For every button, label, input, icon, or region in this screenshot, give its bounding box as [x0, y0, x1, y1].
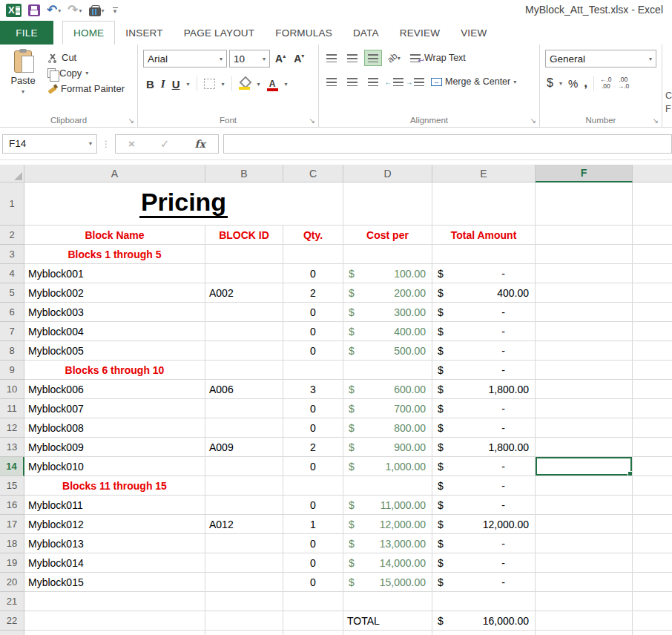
cell-c18[interactable]: 0	[283, 534, 343, 553]
row-header-5[interactable]: 5	[0, 283, 24, 303]
align-right-button[interactable]	[364, 73, 382, 90]
cell-d10[interactable]: $600.00	[343, 380, 432, 399]
cell-d13[interactable]: $900.00	[343, 438, 432, 457]
cell-c19[interactable]: 0	[283, 553, 343, 573]
merge-center-button[interactable]: ↔ Merge & Center ▾	[431, 76, 516, 87]
cell-f17[interactable]	[536, 515, 633, 534]
number-dialog-launcher[interactable]: ↘	[653, 116, 659, 125]
cell-f1[interactable]	[536, 182, 633, 226]
number-format-dropdown-icon[interactable]: ▾	[649, 56, 652, 62]
cell-g22[interactable]	[633, 611, 672, 631]
cell-a2[interactable]: Block Name	[24, 226, 205, 245]
cell-g5[interactable]	[633, 283, 672, 303]
row-header-20[interactable]: 20	[0, 573, 24, 592]
cell-g20[interactable]	[633, 573, 672, 592]
cell-g17[interactable]	[633, 515, 672, 534]
cell-e8[interactable]: $-	[432, 341, 536, 361]
cell-d23[interactable]	[343, 631, 432, 635]
cell-a1-merged-title[interactable]: Pricing	[24, 182, 343, 226]
cell-b4[interactable]	[205, 264, 283, 283]
cell-f21[interactable]	[536, 592, 633, 611]
cell-e6[interactable]: $-	[432, 303, 536, 322]
cell-c5[interactable]: 2	[283, 283, 343, 303]
cell-g10[interactable]	[633, 380, 672, 399]
merge-center-dropdown-icon[interactable]: ▾	[513, 79, 516, 85]
cancel-icon[interactable]: ×	[128, 137, 135, 150]
tab-review[interactable]: REVIEW	[389, 21, 450, 45]
cell-a19[interactable]: Myblock014	[24, 553, 205, 573]
cell-d8[interactable]: $500.00	[343, 341, 432, 361]
cell-b10[interactable]: A006	[205, 380, 283, 399]
tab-data[interactable]: DATA	[343, 21, 389, 45]
cell-c9[interactable]	[283, 361, 343, 380]
cell-a5[interactable]: Myblock002	[24, 283, 205, 303]
cell-e7[interactable]: $-	[432, 322, 536, 341]
cell-f16[interactable]	[536, 496, 633, 515]
cell-d20[interactable]: $15,000.00	[343, 573, 432, 592]
cell-b23[interactable]	[205, 631, 283, 635]
cell-b20[interactable]	[205, 573, 283, 592]
cell-b17[interactable]: A012	[205, 515, 283, 534]
font-dialog-launcher[interactable]: ↘	[309, 116, 315, 125]
col-header-partial[interactable]	[633, 165, 672, 182]
cell-g3[interactable]	[633, 245, 672, 264]
decrease-indent-button[interactable]: ←	[385, 73, 403, 90]
cell-c6[interactable]: 0	[283, 303, 343, 322]
copy-button[interactable]: Copy ▾	[47, 68, 125, 79]
cell-b2[interactable]: BLOCK ID	[205, 226, 283, 245]
cell-a3[interactable]: Blocks 1 through 5	[24, 245, 205, 264]
row-header-7[interactable]: 7	[0, 322, 24, 341]
increase-decimal-button[interactable]: ←.0.00	[600, 76, 612, 90]
cell-b9[interactable]	[205, 361, 283, 380]
copy-dropdown-icon[interactable]: ▾	[85, 70, 88, 76]
orientation-button[interactable]: ab▾	[385, 50, 403, 66]
cell-d22[interactable]: TOTAL	[343, 611, 432, 631]
cell-d21[interactable]	[343, 592, 432, 611]
grow-font-button[interactable]: A▴	[272, 53, 289, 65]
col-header-f[interactable]: F	[536, 165, 633, 182]
cell-a21[interactable]	[24, 592, 205, 611]
select-all-button[interactable]	[0, 165, 24, 182]
cell-a14[interactable]: Myblock010	[24, 457, 205, 476]
row-header-10[interactable]: 10	[0, 380, 24, 399]
cell-a8[interactable]: Myblock005	[24, 341, 205, 361]
cell-c7[interactable]: 0	[283, 322, 343, 341]
cell-e12[interactable]: $-	[432, 418, 536, 438]
cell-b11[interactable]	[205, 399, 283, 418]
cell-g8[interactable]	[633, 341, 672, 361]
italic-button[interactable]: I	[161, 78, 165, 91]
cell-c3[interactable]	[283, 245, 343, 264]
cell-f9[interactable]	[536, 361, 633, 380]
cell-c12[interactable]: 0	[283, 418, 343, 438]
clipboard-dialog-launcher[interactable]: ↘	[128, 116, 134, 125]
redo-button[interactable]: ↷ ▾	[67, 4, 82, 16]
cell-e20[interactable]: $-	[432, 573, 536, 592]
underline-dropdown-icon[interactable]: ▾	[187, 81, 190, 88]
alignment-dialog-launcher[interactable]: ↘	[530, 116, 536, 125]
cell-g12[interactable]	[633, 418, 672, 438]
toolbox-dropdown-icon[interactable]: ▾	[102, 7, 105, 14]
comma-style-button[interactable]: ,	[584, 79, 587, 87]
cell-f13[interactable]	[536, 438, 633, 457]
insert-function-icon[interactable]: fx	[195, 138, 205, 150]
row-header-3[interactable]: 3	[0, 245, 24, 264]
cell-g6[interactable]	[633, 303, 672, 322]
customize-qat-button[interactable]: ▾	[113, 7, 118, 13]
decrease-decimal-button[interactable]: .00→.0	[618, 76, 630, 90]
cell-a9[interactable]: Blocks 6 through 10	[24, 361, 205, 380]
cell-b18[interactable]	[205, 534, 283, 553]
cell-f3[interactable]	[536, 245, 633, 264]
row-header-2[interactable]: 2	[0, 226, 24, 245]
cell-g13[interactable]	[633, 438, 672, 457]
cell-e16[interactable]: $-	[432, 496, 536, 515]
toolbox-button[interactable]: ▾	[89, 5, 105, 16]
row-header-22[interactable]: 22	[0, 611, 24, 631]
fill-handle[interactable]	[627, 471, 633, 476]
cell-a7[interactable]: Myblock004	[24, 322, 205, 341]
cell-b12[interactable]	[205, 418, 283, 438]
paste-dropdown-icon[interactable]: ▾	[22, 88, 24, 95]
cell-e9[interactable]: $-	[432, 361, 536, 380]
align-left-button[interactable]	[323, 73, 340, 90]
cell-f11[interactable]	[536, 399, 633, 418]
cell-c23[interactable]	[283, 631, 343, 635]
